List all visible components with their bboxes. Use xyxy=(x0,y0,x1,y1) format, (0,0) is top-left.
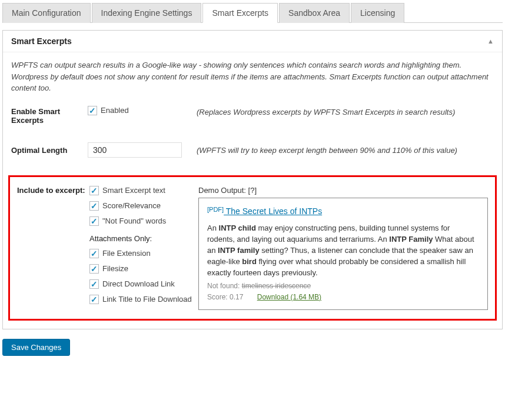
checkbox-score-relevance[interactable] xyxy=(89,201,99,211)
intro-text: WPFTS can output search results in a Goo… xyxy=(11,59,494,94)
checkbox-label: Filesize xyxy=(102,264,128,273)
checkbox-direct-download-link[interactable] xyxy=(89,279,99,289)
checkbox-label: Direct Download Link xyxy=(102,279,175,288)
length-hint: (WPFTS will try to keep excerpt length b… xyxy=(191,142,494,155)
checkbox-label: Smart Excerpt text xyxy=(102,186,165,195)
demo-output-header: Demo Output: [?] xyxy=(198,186,488,195)
enable-checkbox-label: Enabled xyxy=(101,106,129,115)
save-changes-button[interactable]: Save Changes xyxy=(2,339,70,356)
checkbox-file-extension[interactable] xyxy=(89,249,99,258)
tabs-bar: Main Configuration Indexing Engine Setti… xyxy=(2,2,503,23)
panel-body: WPFTS can output search results in a Goo… xyxy=(3,52,502,329)
tab-sandbox-area[interactable]: Sandbox Area xyxy=(279,3,350,23)
demo-score: Score: 0.17 xyxy=(207,293,243,301)
panel-title: Smart Excerpts xyxy=(11,36,72,46)
checkbox-label: "Not Found" words xyxy=(102,216,166,225)
include-label: Include to excerpt: xyxy=(17,186,89,195)
checkbox-smart-excerpt-text[interactable] xyxy=(89,186,99,195)
include-section: Include to excerpt: Smart Excerpt text S… xyxy=(8,175,497,321)
pdf-tag: [PDF] xyxy=(207,206,224,213)
panel-smart-excerpts: Smart Excerpts ▲ WPFTS can output search… xyxy=(2,30,503,329)
panel-header[interactable]: Smart Excerpts ▲ xyxy=(3,31,502,52)
enable-hint: (Replaces Wordpress excerpts by WPFTS Sm… xyxy=(191,106,494,116)
checkbox-not-found-words[interactable] xyxy=(89,216,99,226)
checkbox-link-title-to-download[interactable] xyxy=(89,295,99,304)
demo-title-link[interactable]: The Secret Lives of INTPs xyxy=(224,206,322,216)
row-enable: Enable Smart Excerpts Enabled (Replaces … xyxy=(11,106,494,125)
attachments-subhead: Attachments Only: xyxy=(89,234,192,243)
tab-smart-excerpts[interactable]: Smart Excerpts xyxy=(202,3,278,23)
enable-checkbox[interactable] xyxy=(88,106,97,115)
optimal-length-input[interactable] xyxy=(88,142,182,158)
demo-output-box: [PDF] The Secret Lives of INTPs An INTP … xyxy=(198,198,488,311)
demo-excerpt-text: An INTP child may enjoy constructing pen… xyxy=(207,223,479,278)
demo-score-line: Score: 0.17 Download (1.64 MB) xyxy=(207,292,479,302)
collapse-icon[interactable]: ▲ xyxy=(487,38,494,45)
checkbox-label: Link Title to File Download xyxy=(102,295,192,304)
tab-main-configuration[interactable]: Main Configuration xyxy=(2,3,91,23)
demo-download-link[interactable]: Download (1.64 MB) xyxy=(257,293,321,301)
tab-licensing[interactable]: Licensing xyxy=(351,3,404,23)
row-optimal-length: Optimal Length (WPFTS will try to keep e… xyxy=(11,142,494,158)
checkbox-filesize[interactable] xyxy=(89,264,99,274)
enable-label: Enable Smart Excerpts xyxy=(11,106,88,125)
tab-indexing-engine[interactable]: Indexing Engine Settings xyxy=(92,3,202,23)
checkbox-label: Score/Relevance xyxy=(102,201,161,210)
length-label: Optimal Length xyxy=(11,142,88,155)
checkbox-label: File Extension xyxy=(102,249,151,258)
demo-not-found: Not found: timeliness iridescence xyxy=(207,281,479,291)
